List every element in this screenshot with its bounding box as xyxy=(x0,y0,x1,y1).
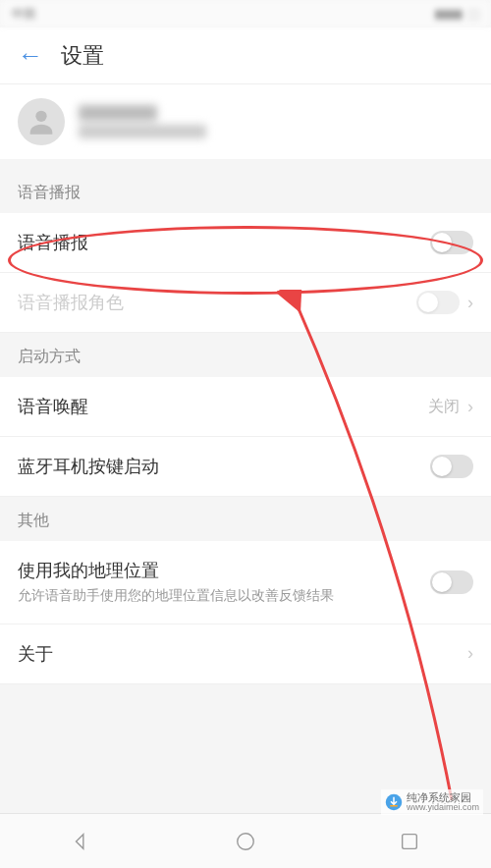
watermark-logo-icon xyxy=(385,793,403,811)
toggle-voice-role xyxy=(416,291,460,314)
row-about[interactable]: 关于 › xyxy=(0,624,491,684)
chevron-icon: › xyxy=(467,397,473,417)
label-about: 关于 xyxy=(18,642,467,666)
status-bar: 中国 ▮▮▮▮ ⬚ xyxy=(0,0,491,27)
back-icon[interactable]: ← xyxy=(18,40,43,71)
toggle-bluetooth[interactable] xyxy=(430,455,473,478)
header: ← 设置 xyxy=(0,27,491,84)
profile-info xyxy=(79,105,206,138)
avatar-icon xyxy=(18,98,65,145)
watermark: 纯净系统家园 www.yidaimei.com xyxy=(381,789,483,815)
svg-point-0 xyxy=(35,111,46,122)
profile-row[interactable] xyxy=(0,84,491,159)
svg-rect-2 xyxy=(402,834,416,848)
nav-bar xyxy=(0,813,491,868)
row-voice-broadcast[interactable]: 语音播报 xyxy=(0,213,491,273)
value-voice-wake: 关闭 xyxy=(428,397,460,417)
row-voice-role: 语音播报角色 › xyxy=(0,273,491,333)
row-bluetooth[interactable]: 蓝牙耳机按键启动 xyxy=(0,437,491,497)
sublabel-location: 允许语音助手使用您的地理位置信息以改善反馈结果 xyxy=(18,586,430,606)
label-voice-role: 语音播报角色 xyxy=(18,291,416,314)
chevron-icon: › xyxy=(467,293,473,313)
section-header-voice: 语音播报 xyxy=(0,169,491,213)
row-location[interactable]: 使用我的地理位置 允许语音助手使用您的地理位置信息以改善反馈结果 xyxy=(0,541,491,624)
svg-point-1 xyxy=(238,833,254,849)
chevron-icon: › xyxy=(467,643,473,664)
label-voice-wake: 语音唤醒 xyxy=(18,395,428,418)
label-voice-broadcast: 语音播报 xyxy=(18,231,430,254)
label-location: 使用我的地理位置 xyxy=(18,559,430,582)
nav-home-icon[interactable] xyxy=(231,827,260,856)
nav-recent-icon[interactable] xyxy=(395,827,424,856)
row-voice-wake[interactable]: 语音唤醒 关闭 › xyxy=(0,377,491,437)
nav-back-icon[interactable] xyxy=(67,827,96,856)
section-header-other: 其他 xyxy=(0,497,491,541)
page-title: 设置 xyxy=(61,41,104,71)
watermark-url: www.yidaimei.com xyxy=(407,803,479,813)
label-bluetooth: 蓝牙耳机按键启动 xyxy=(18,455,430,478)
section-header-startup: 启动方式 xyxy=(0,333,491,377)
toggle-voice-broadcast[interactable] xyxy=(430,231,473,254)
toggle-location[interactable] xyxy=(430,570,473,594)
